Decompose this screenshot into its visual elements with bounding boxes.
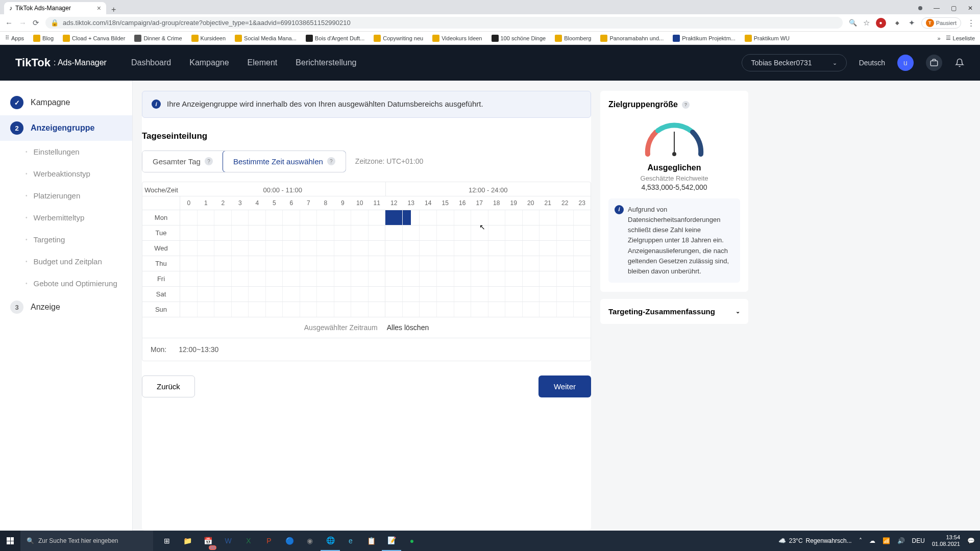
schedule-cell[interactable] — [283, 241, 291, 256]
schedule-cell[interactable] — [198, 271, 206, 286]
help-icon[interactable]: ? — [682, 101, 690, 109]
bookmark-item[interactable]: Copywriting neu — [374, 35, 423, 42]
schedule-cell[interactable] — [385, 271, 394, 286]
schedule-cell[interactable] — [471, 210, 479, 225]
extra-tab-icon[interactable] — [918, 6, 922, 10]
browser-tab[interactable]: ♪ TikTok Ads-Manager × — [4, 2, 106, 14]
nav-campaign[interactable]: Kampagne — [189, 58, 229, 67]
schedule-cell[interactable] — [488, 241, 497, 256]
schedule-cell[interactable] — [565, 241, 574, 256]
schedule-cell[interactable] — [342, 302, 351, 317]
schedule-cell[interactable] — [300, 210, 308, 225]
nav-reporting[interactable]: Berichterstellung — [296, 58, 356, 67]
schedule-cell[interactable] — [540, 210, 548, 225]
substep-placements[interactable]: Platzierungen — [15, 185, 132, 207]
schedule-cell[interactable] — [565, 271, 574, 286]
schedule-cell[interactable] — [206, 287, 214, 302]
schedule-cell[interactable] — [180, 256, 188, 271]
schedule-cell[interactable] — [557, 241, 565, 256]
schedule-cell[interactable] — [283, 210, 291, 225]
schedule-cell[interactable] — [385, 302, 394, 317]
schedule-cell[interactable] — [317, 302, 325, 317]
schedule-cell[interactable] — [565, 226, 574, 240]
schedule-cell[interactable] — [548, 256, 556, 271]
schedule-cell[interactable] — [513, 302, 522, 317]
schedule-cell[interactable] — [198, 226, 206, 240]
schedule-cell[interactable] — [582, 302, 590, 317]
schedule-cell[interactable] — [257, 226, 265, 240]
schedule-cell[interactable] — [471, 256, 479, 271]
bookmark-item[interactable]: Panoramabahn und... — [600, 35, 664, 42]
schedule-cell[interactable] — [523, 287, 531, 302]
schedule-cell[interactable] — [385, 226, 394, 240]
schedule-cell[interactable] — [403, 256, 411, 271]
schedule-cell[interactable] — [523, 271, 531, 286]
substep-adcreative-type[interactable]: Werbemitteltyp — [15, 207, 132, 229]
schedule-cell[interactable] — [505, 256, 513, 271]
schedule-cell[interactable] — [488, 210, 497, 225]
schedule-cell[interactable] — [351, 287, 359, 302]
schedule-cell[interactable] — [394, 271, 403, 286]
schedule-cell[interactable] — [437, 256, 445, 271]
user-avatar[interactable]: u — [897, 55, 914, 71]
schedule-cell[interactable] — [471, 271, 479, 286]
schedule-cell[interactable] — [479, 256, 488, 271]
schedule-cell[interactable] — [394, 241, 403, 256]
schedule-cell[interactable] — [428, 210, 437, 225]
new-tab-button[interactable]: + — [106, 5, 121, 14]
schedule-cell[interactable] — [232, 241, 240, 256]
schedule-cell[interactable] — [565, 302, 574, 317]
schedule-cell[interactable] — [334, 287, 342, 302]
schedule-cell[interactable] — [351, 271, 359, 286]
schedule-cell[interactable] — [582, 226, 590, 240]
schedule-cell[interactable] — [334, 256, 342, 271]
schedule-cell[interactable] — [385, 241, 394, 256]
schedule-cell[interactable] — [223, 210, 231, 225]
schedule-cell[interactable] — [300, 226, 308, 240]
schedule-cell[interactable] — [266, 287, 274, 302]
schedule-cell[interactable] — [454, 302, 462, 317]
schedule-cell[interactable] — [540, 256, 548, 271]
schedule-cell[interactable] — [411, 287, 420, 302]
schedule-cell[interactable] — [274, 287, 283, 302]
schedule-cell[interactable] — [360, 271, 369, 286]
schedule-cell[interactable] — [240, 241, 249, 256]
nav-element[interactable]: Element — [248, 58, 278, 67]
profile-paused-badge[interactable]: T Pausiert — [921, 17, 961, 29]
schedule-cell[interactable] — [385, 287, 394, 302]
schedule-cell[interactable] — [377, 302, 385, 317]
schedule-cell[interactable] — [342, 210, 351, 225]
schedule-cell[interactable] — [574, 256, 582, 271]
schedule-cell[interactable] — [540, 271, 548, 286]
schedule-cell[interactable] — [462, 302, 471, 317]
schedule-cell[interactable] — [232, 287, 240, 302]
schedule-cell[interactable] — [206, 302, 214, 317]
schedule-cell[interactable] — [232, 256, 240, 271]
schedule-cell[interactable] — [531, 241, 540, 256]
schedule-cell[interactable] — [240, 210, 249, 225]
substep-promo-type[interactable]: Werbeaktionstyp — [15, 163, 132, 185]
schedule-cell[interactable] — [462, 287, 471, 302]
schedule-cell[interactable] — [214, 210, 223, 225]
schedule-cell[interactable] — [180, 226, 188, 240]
schedule-cell[interactable] — [257, 256, 265, 271]
schedule-cell[interactable] — [249, 210, 257, 225]
schedule-cell[interactable] — [420, 256, 428, 271]
schedule-cell[interactable] — [394, 210, 403, 225]
schedule-cell[interactable] — [445, 302, 454, 317]
schedule-cell[interactable] — [369, 302, 377, 317]
schedule-cell[interactable] — [403, 271, 411, 286]
substep-budget-schedule[interactable]: Budget und Zeitplan — [15, 251, 132, 272]
schedule-cell[interactable] — [531, 287, 540, 302]
schedule-cell[interactable] — [394, 256, 403, 271]
schedule-cell[interactable] — [548, 241, 556, 256]
schedule-cell[interactable] — [249, 226, 257, 240]
schedule-cell[interactable] — [308, 256, 317, 271]
schedule-cell[interactable] — [420, 271, 428, 286]
schedule-cell[interactable] — [548, 271, 556, 286]
bookmark-item[interactable]: Praktikum Projektm... — [673, 35, 736, 42]
schedule-cell[interactable] — [180, 287, 188, 302]
schedule-cell[interactable] — [497, 302, 505, 317]
extension-icon[interactable]: ◆ — [892, 18, 902, 28]
schedule-cell[interactable] — [214, 241, 223, 256]
